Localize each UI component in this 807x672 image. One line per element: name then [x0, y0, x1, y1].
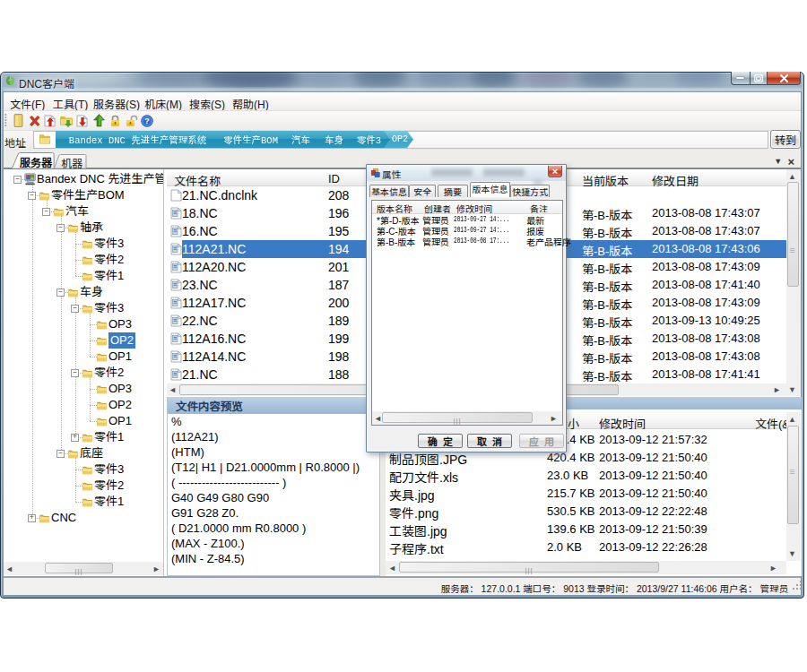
- svg-text:?: ?: [144, 116, 150, 125]
